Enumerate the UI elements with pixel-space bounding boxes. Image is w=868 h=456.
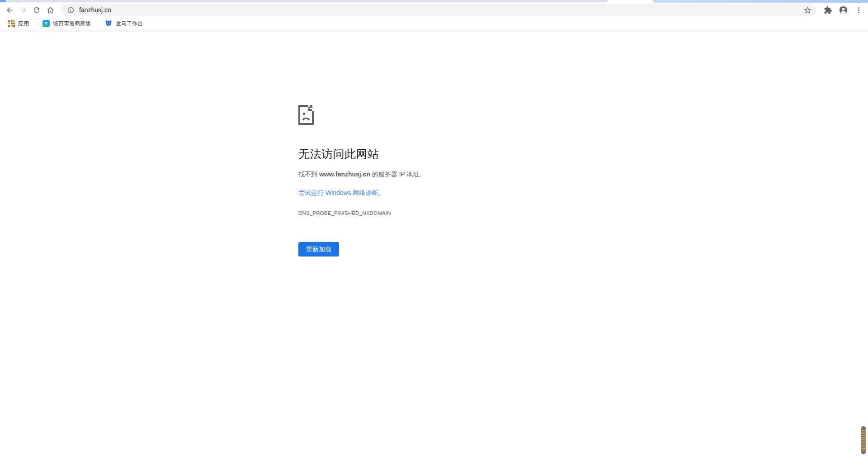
top-right-blue-fragment [652, 0, 868, 3]
bookmark-label: 饿百零售商家版 [53, 20, 91, 28]
browser-toolbar: fanzhusj.cn [0, 3, 868, 17]
apps-grid-icon [8, 20, 15, 27]
bookmark-label: 应用 [18, 20, 29, 28]
extensions-button[interactable] [822, 4, 834, 16]
home-icon [46, 6, 55, 14]
forward-icon [19, 6, 28, 14]
back-icon [5, 6, 14, 14]
avatar-icon [839, 5, 848, 15]
puzzle-icon [824, 6, 832, 14]
error-message-prefix: 找不到 [298, 171, 319, 178]
page-info-icon[interactable] [67, 6, 75, 14]
three-dot-menu-icon [855, 6, 863, 14]
error-title: 无法访问此网站 [298, 147, 570, 162]
page-content: 无法访问此网站 找不到 www.fanzhusj.cn 的服务器 IP 地址。 … [0, 30, 868, 456]
scrollbar-thumb-indicator[interactable] [861, 426, 866, 454]
bookmark-label: 盒马工作台 [116, 20, 143, 28]
url-text[interactable]: fanzhusj.cn [79, 6, 803, 14]
reload-page-button[interactable]: 重新加载 [298, 242, 339, 256]
network-diagnostics-link[interactable]: 尝试运行 Windows 网络诊断 [298, 189, 378, 196]
forward-button[interactable] [16, 3, 30, 17]
reload-icon [33, 6, 41, 14]
error-message-suffix: 的服务器 IP 地址。 [370, 171, 426, 178]
bookmark-star-icon[interactable] [803, 6, 812, 14]
error-code: DNS_PROBE_FINISHED_NXDOMAIN [298, 210, 570, 216]
suggestion-row: 尝试运行 Windows 网络诊断。 [298, 189, 570, 197]
sad-page-icon [298, 105, 314, 125]
top-left-blue-fragment [0, 0, 6, 2]
bookmark-eleme-merchant[interactable]: e 饿百零售商家版 [39, 19, 94, 29]
error-message: 找不到 www.fanzhusj.cn 的服务器 IP 地址。 [298, 170, 570, 179]
error-message-domain: www.fanzhusj.cn [319, 171, 370, 178]
tab-strip-fragment [6, 0, 608, 2]
error-container: 无法访问此网站 找不到 www.fanzhusj.cn 的服务器 IP 地址。 … [298, 30, 570, 256]
home-button[interactable] [43, 3, 57, 17]
top-edge-strip [0, 0, 868, 3]
hema-cat-icon [104, 20, 113, 27]
reload-button[interactable] [30, 3, 43, 17]
menu-button[interactable] [853, 4, 864, 16]
suggestion-period: 。 [378, 189, 385, 196]
eleme-icon: e [42, 20, 50, 27]
profile-button[interactable] [837, 4, 849, 16]
back-button[interactable] [3, 3, 16, 17]
bookmark-apps[interactable]: 应用 [5, 19, 33, 29]
toolbar-right-cluster [822, 4, 864, 16]
address-bar[interactable]: fanzhusj.cn [61, 4, 816, 16]
bookmarks-bar: 应用 e 饿百零售商家版 盒马工作台 [0, 17, 868, 30]
bookmark-hema-workbench[interactable]: 盒马工作台 [101, 19, 146, 29]
